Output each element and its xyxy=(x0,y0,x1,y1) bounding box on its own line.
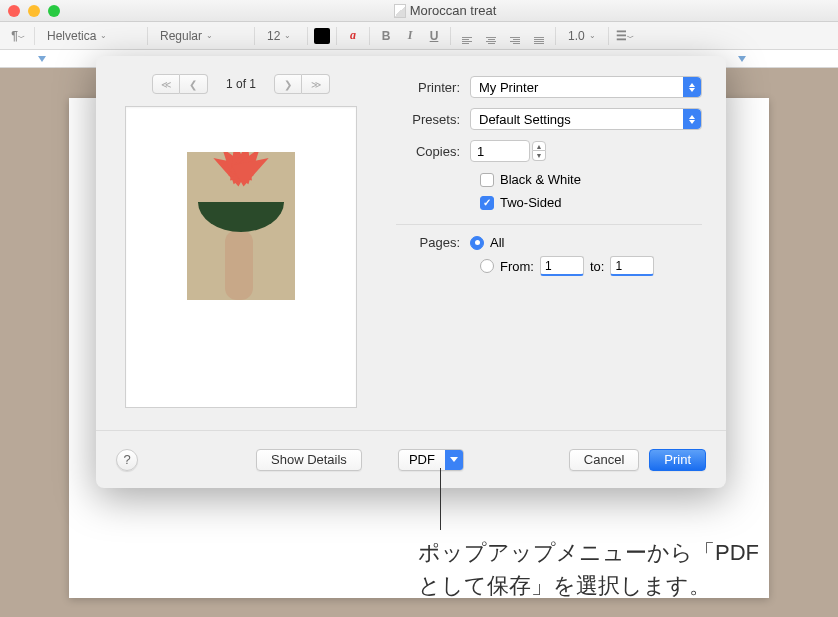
page-indicator: 1 of 1 xyxy=(216,77,266,91)
prev-page-button[interactable]: ❮ xyxy=(180,74,208,94)
callout-line2: として保存」を選択します。 xyxy=(418,573,711,598)
align-justify-button[interactable] xyxy=(529,27,549,44)
separator xyxy=(307,27,308,45)
pages-to-input[interactable]: 1 xyxy=(610,256,654,276)
separator xyxy=(254,27,255,45)
pages-label: Pages: xyxy=(396,235,470,250)
cancel-button[interactable]: Cancel xyxy=(569,449,639,471)
black-white-checkbox[interactable] xyxy=(480,173,494,187)
pdf-dropdown[interactable]: PDF xyxy=(398,449,464,471)
style-letter-icon[interactable]: a xyxy=(343,28,363,43)
printer-select[interactable]: My Printer xyxy=(470,76,702,98)
separator xyxy=(555,27,556,45)
text-color-button[interactable] xyxy=(314,28,330,44)
font-family-select[interactable]: Helvetica ⌄ xyxy=(41,27,141,45)
separator xyxy=(336,27,337,45)
align-left-button[interactable] xyxy=(457,27,477,44)
settings-pane: Printer: My Printer Presets: Default Set… xyxy=(386,56,726,430)
separator xyxy=(450,27,451,45)
copies-stepper: ▲ ▼ xyxy=(532,141,546,161)
dialog-footer: ? Show Details PDF Cancel Print xyxy=(96,430,726,488)
presets-select[interactable]: Default Settings xyxy=(470,108,702,130)
two-sided-label: Two-Sided xyxy=(500,195,561,210)
nav-prev-group: ≪ ❮ xyxy=(152,74,208,94)
italic-button[interactable]: I xyxy=(400,28,420,43)
last-page-button[interactable]: ≫ xyxy=(302,74,330,94)
preview-pane: ≪ ❮ 1 of 1 ❯ ≫ xyxy=(96,56,386,430)
presets-label: Presets: xyxy=(396,112,470,127)
dropdown-arrows-icon xyxy=(683,77,701,97)
window-titlebar: Moroccan treat xyxy=(0,0,838,22)
zoom-window-button[interactable] xyxy=(48,5,60,17)
help-button[interactable]: ? xyxy=(116,449,138,471)
pages-to-label: to: xyxy=(590,259,604,274)
pages-from-radio[interactable] xyxy=(480,259,494,273)
align-right-button[interactable] xyxy=(505,27,525,44)
minimize-window-button[interactable] xyxy=(28,5,40,17)
align-center-button[interactable] xyxy=(481,27,501,44)
two-sided-checkbox[interactable] xyxy=(480,196,494,210)
print-dialog: ≪ ❮ 1 of 1 ❯ ≫ xyxy=(96,56,726,488)
copies-input[interactable]: 1 xyxy=(470,140,530,162)
chevron-down-icon xyxy=(445,450,463,470)
pages-all-radio[interactable] xyxy=(470,236,484,250)
callout-line1: ポップアップメニューから「PDF xyxy=(418,540,759,565)
next-page-button[interactable]: ❯ xyxy=(274,74,302,94)
black-white-label: Black & White xyxy=(500,172,581,187)
font-size-value: 12 xyxy=(267,29,280,43)
font-style-select[interactable]: Regular ⌄ xyxy=(154,27,248,45)
window-title: Moroccan treat xyxy=(60,3,830,18)
copies-label: Copies: xyxy=(396,144,470,159)
format-toolbar: ¶﹀ Helvetica ⌄ Regular ⌄ 12 ⌄ a B I U 1.… xyxy=(0,22,838,50)
bold-button[interactable]: B xyxy=(376,29,396,43)
document-icon xyxy=(394,4,406,18)
pages-from-input[interactable]: 1 xyxy=(540,256,584,276)
copies-value: 1 xyxy=(477,144,484,159)
separator xyxy=(608,27,609,45)
callout-text: ポップアップメニューから「PDF として保存」を選択します。 xyxy=(418,536,759,602)
paragraph-style-button[interactable]: ¶﹀ xyxy=(8,29,28,43)
ruler-marker-right[interactable] xyxy=(738,56,746,62)
copies-step-up[interactable]: ▲ xyxy=(532,141,546,151)
font-size-select[interactable]: 12 ⌄ xyxy=(261,27,301,45)
nav-next-group: ❯ ≫ xyxy=(274,74,330,94)
font-family-value: Helvetica xyxy=(47,29,96,43)
list-style-button[interactable]: ☰﹀ xyxy=(615,29,635,43)
font-style-value: Regular xyxy=(160,29,202,43)
traffic-lights xyxy=(8,5,60,17)
window-title-text: Moroccan treat xyxy=(410,3,497,18)
printer-label: Printer: xyxy=(396,80,470,95)
separator xyxy=(147,27,148,45)
pages-from-value: 1 xyxy=(545,259,552,273)
presets-value: Default Settings xyxy=(479,112,571,127)
callout-line xyxy=(440,468,441,530)
close-window-button[interactable] xyxy=(8,5,20,17)
underline-button[interactable]: U xyxy=(424,29,444,43)
pages-all-label: All xyxy=(490,235,504,250)
separator xyxy=(34,27,35,45)
line-spacing-value: 1.0 xyxy=(568,29,585,43)
pdf-label: PDF xyxy=(399,452,445,467)
show-details-button[interactable]: Show Details xyxy=(256,449,362,471)
ruler-marker-left[interactable] xyxy=(38,56,46,62)
line-spacing-select[interactable]: 1.0 ⌄ xyxy=(562,27,602,45)
watermelon-image xyxy=(187,152,295,300)
separator xyxy=(396,224,702,225)
copies-step-down[interactable]: ▼ xyxy=(532,151,546,161)
print-button[interactable]: Print xyxy=(649,449,706,471)
first-page-button[interactable]: ≪ xyxy=(152,74,180,94)
printer-value: My Printer xyxy=(479,80,538,95)
pages-to-value: 1 xyxy=(615,259,622,273)
dropdown-arrows-icon xyxy=(683,109,701,129)
pages-from-label: From: xyxy=(500,259,534,274)
separator xyxy=(369,27,370,45)
preview-thumbnail xyxy=(125,106,357,408)
